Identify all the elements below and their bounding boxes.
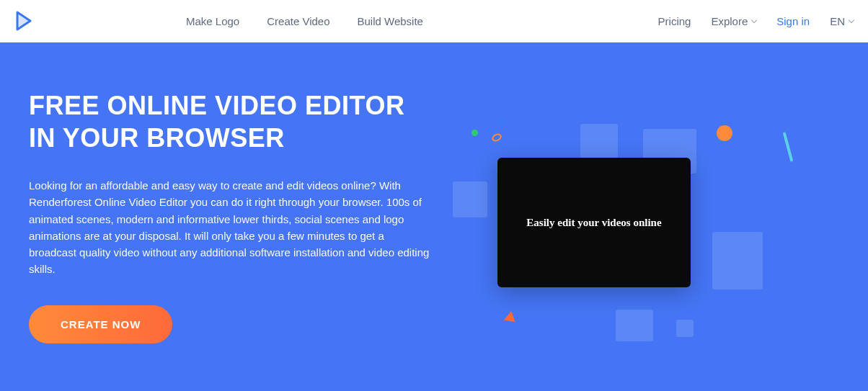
- logo[interactable]: [14, 11, 35, 31]
- deco-square: [676, 320, 694, 337]
- video-preview-text: Easily edit your videos online: [526, 217, 661, 229]
- deco-triangle-outline: [496, 115, 506, 125]
- language-selector[interactable]: EN: [830, 15, 854, 27]
- deco-square: [712, 232, 763, 289]
- create-now-button[interactable]: CREATE NOW: [29, 305, 172, 343]
- deco-triangle: [504, 310, 517, 323]
- deco-square: [453, 181, 487, 217]
- chevron-down-icon: [849, 17, 854, 22]
- hero-title: FREE ONLINE VIDEO EDITOR IN YOUR BROWSER: [29, 89, 433, 154]
- nav-explore-label: Explore: [711, 15, 748, 27]
- header: Make Logo Create Video Build Website Pri…: [0, 0, 868, 42]
- nav-explore[interactable]: Explore: [711, 15, 756, 27]
- deco-line: [783, 132, 794, 162]
- hero-section: FREE ONLINE VIDEO EDITOR IN YOUR BROWSER…: [0, 42, 868, 391]
- language-label: EN: [830, 15, 845, 27]
- nav-create-video[interactable]: Create Video: [267, 15, 329, 27]
- deco-square: [580, 124, 618, 158]
- nav-secondary: Pricing Explore Sign in EN: [658, 15, 854, 27]
- nav-make-logo[interactable]: Make Logo: [186, 15, 239, 27]
- deco-circle: [717, 125, 732, 141]
- nav-pricing[interactable]: Pricing: [658, 15, 691, 27]
- hero-illustration: Easily edit your videos online: [433, 89, 839, 391]
- video-preview[interactable]: Easily edit your videos online: [497, 158, 691, 287]
- nav-primary: Make Logo Create Video Build Website: [186, 15, 423, 27]
- deco-dot: [471, 130, 478, 136]
- sign-in-link[interactable]: Sign in: [776, 15, 810, 27]
- chevron-down-icon: [751, 17, 757, 22]
- logo-icon: [14, 11, 35, 31]
- deco-square: [616, 310, 653, 341]
- hero-description: Looking for an affordable and easy way t…: [29, 177, 433, 278]
- hero-content: FREE ONLINE VIDEO EDITOR IN YOUR BROWSER…: [29, 89, 433, 391]
- nav-build-website[interactable]: Build Website: [358, 15, 423, 27]
- deco-ring: [491, 132, 503, 143]
